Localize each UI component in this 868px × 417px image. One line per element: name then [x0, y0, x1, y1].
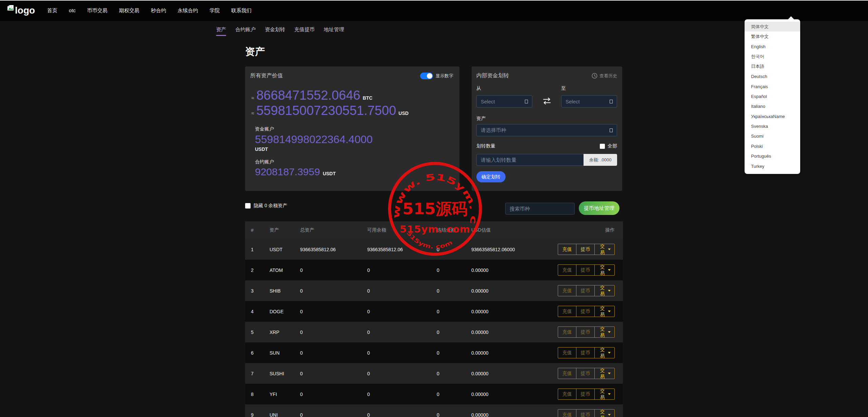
cell-actions: 充值提币交易	[558, 326, 615, 338]
deposit-button[interactable]: 充值	[558, 306, 576, 317]
withdraw-button[interactable]: 提币	[576, 306, 595, 317]
nav-item-永续合约[interactable]: 永续合约	[178, 7, 198, 14]
language-option[interactable]: Español	[745, 92, 800, 101]
tab-资产[interactable]: 资产	[216, 26, 226, 36]
nav-item-联系我们[interactable]: 联系我们	[231, 7, 252, 14]
search-input[interactable]	[505, 203, 575, 215]
coin-select[interactable]: 请选择币种	[476, 124, 617, 136]
cell-frozen: 0	[437, 267, 471, 273]
withdraw-button[interactable]: 提币	[576, 368, 595, 379]
language-option[interactable]: 简体中文	[745, 22, 800, 32]
logo-text: logo	[15, 5, 35, 16]
trade-button[interactable]: 交易	[594, 306, 615, 317]
withdraw-address-manage-button[interactable]: 提币地址管理	[579, 201, 619, 215]
tab-充值提币[interactable]: 充值提币	[294, 26, 315, 36]
all-checkbox[interactable]	[600, 144, 605, 149]
cell-total: 0	[300, 330, 367, 335]
table-row: 5XRP0000.00000充值提币交易	[245, 322, 623, 342]
view-history-link[interactable]: 查看历史	[592, 73, 617, 79]
transfer-all-option[interactable]: 全部	[600, 143, 617, 149]
table-row: 6SUN0000.00000充值提币交易	[245, 342, 623, 363]
language-option[interactable]: 繁体中文	[745, 32, 800, 41]
nav-item-期权交易[interactable]: 期权交易	[119, 7, 139, 14]
hide-zero-option[interactable]: 隐藏 0 余额资产	[245, 203, 288, 209]
withdraw-button[interactable]: 提币	[576, 264, 595, 276]
deposit-button[interactable]: 充值	[558, 347, 576, 358]
trade-button[interactable]: 交易	[594, 285, 615, 296]
nav-item-币币交易[interactable]: 币币交易	[87, 7, 107, 14]
trade-button[interactable]: 交易	[594, 244, 615, 255]
deposit-button[interactable]: 充值	[558, 244, 576, 255]
chevron-down-icon	[608, 249, 611, 250]
cell-usd-value: 0.00000	[471, 288, 558, 294]
amount-input[interactable]	[476, 154, 584, 166]
nav-item-秒合约[interactable]: 秒合约	[151, 7, 166, 14]
cell-actions: 充值提币交易	[558, 368, 615, 379]
coin-select-value: 请选择币种	[481, 127, 506, 134]
tab-地址管理[interactable]: 地址管理	[324, 26, 344, 36]
cell-total: 0	[300, 288, 367, 294]
language-option[interactable]: Svenska	[745, 121, 800, 131]
to-column: 至 Select	[561, 85, 617, 107]
confirm-transfer-button[interactable]: 确定划转	[476, 171, 506, 182]
assets-card-title: 所有资产价值	[250, 72, 283, 79]
nav-item-学院[interactable]: 学院	[210, 7, 220, 14]
language-option[interactable]: Polski	[745, 141, 800, 151]
withdraw-button[interactable]: 提币	[576, 244, 595, 255]
deposit-button[interactable]: 充值	[558, 264, 576, 276]
tab-资金划转[interactable]: 资金划转	[265, 26, 285, 36]
cell-available: 0	[367, 412, 437, 417]
swap-arrows-icon	[541, 97, 552, 105]
trade-button[interactable]: 交易	[594, 389, 615, 400]
table-row: 7SUSHI0000.00000充值提币交易	[245, 363, 623, 384]
deposit-button[interactable]: 充值	[558, 409, 576, 417]
toggle-switch[interactable]	[420, 73, 433, 79]
language-option[interactable]: Italiano	[745, 101, 800, 111]
assets-value-card: 所有资产价值 显示数字 ≈ 8668471552.0646 BTC ≈ 5598…	[245, 66, 459, 191]
swap-direction-button[interactable]	[532, 85, 561, 107]
deposit-button[interactable]: 充值	[558, 285, 576, 296]
trade-button[interactable]: 交易	[594, 326, 615, 338]
chevron-down-icon	[608, 331, 611, 333]
logo[interactable]: logo	[7, 5, 35, 16]
btc-unit: BTC	[363, 95, 373, 101]
language-option[interactable]: Suomi	[745, 131, 800, 141]
withdraw-button[interactable]: 提币	[576, 326, 595, 338]
trade-button[interactable]: 交易	[594, 264, 615, 276]
language-option[interactable]: УкраїнськаName	[745, 112, 800, 121]
language-option[interactable]: 日本語	[745, 62, 800, 72]
cell-total: 0	[300, 309, 367, 314]
trade-button[interactable]: 交易	[594, 368, 615, 379]
language-option[interactable]: Turkey	[745, 161, 800, 171]
cell-usd-value: 0.00000	[471, 267, 558, 273]
trade-button[interactable]: 交易	[594, 409, 615, 417]
withdraw-button[interactable]: 提币	[576, 389, 595, 400]
nav-item-首页[interactable]: 首页	[47, 7, 57, 14]
cell-total: 0	[300, 267, 367, 273]
cell-frozen: 0	[437, 412, 471, 417]
withdraw-button[interactable]: 提币	[576, 347, 595, 358]
show-numbers-toggle[interactable]: 显示数字	[420, 73, 453, 79]
language-option[interactable]: Français	[745, 81, 800, 91]
toggle-label: 显示数字	[436, 73, 453, 79]
account-subnav: 资产合约账户资金划转充值提币地址管理	[216, 26, 344, 36]
nav-item-otc[interactable]: otc	[69, 7, 76, 14]
language-option[interactable]: Deutsch	[745, 72, 800, 81]
language-option[interactable]: Português	[745, 151, 800, 161]
hide-zero-checkbox[interactable]	[245, 203, 251, 209]
deposit-button[interactable]: 充值	[558, 326, 576, 338]
language-option[interactable]: 한국어	[745, 52, 800, 61]
deposit-button[interactable]: 充值	[558, 368, 576, 379]
trade-button[interactable]: 交易	[594, 347, 615, 358]
table-row: 3SHIB0000.00000充值提币交易	[245, 280, 623, 301]
deposit-button[interactable]: 充值	[558, 389, 576, 400]
action-button-group: 充值提币交易	[558, 409, 615, 417]
tab-合约账户[interactable]: 合约账户	[235, 26, 256, 36]
to-select[interactable]: Select	[561, 95, 617, 107]
withdraw-button[interactable]: 提币	[576, 409, 595, 417]
from-select[interactable]: Select	[476, 95, 532, 107]
cell-coin: YFI	[270, 392, 300, 397]
cell-coin: SUN	[270, 350, 300, 356]
language-option[interactable]: English	[745, 42, 800, 52]
withdraw-button[interactable]: 提币	[576, 285, 595, 296]
